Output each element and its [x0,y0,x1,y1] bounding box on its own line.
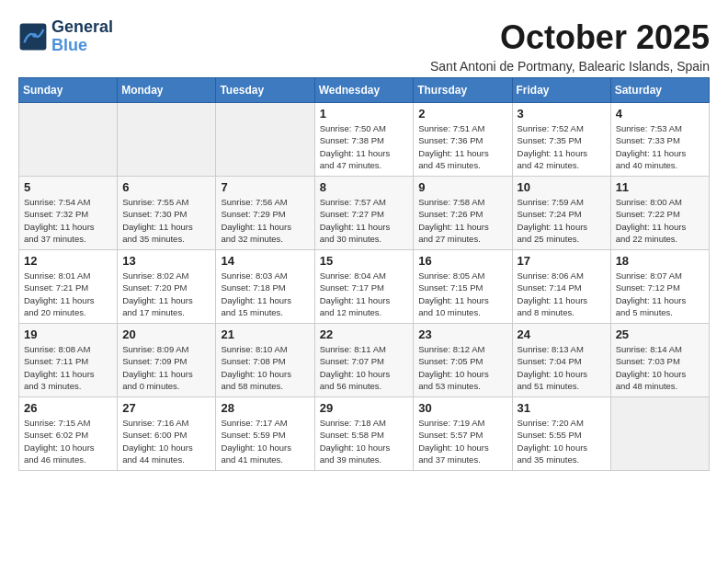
day-number: 16 [418,254,506,268]
calendar-cell: 3Sunrise: 7:52 AMSunset: 7:35 PMDaylight… [512,103,610,177]
cell-info: Sunrise: 8:13 AMSunset: 7:04 PMDaylight:… [518,343,606,392]
calendar-header-row: SundayMondayTuesdayWednesdayThursdayFrid… [19,78,710,103]
logo-text: General Blue [51,18,113,55]
calendar-cell: 28Sunrise: 7:17 AMSunset: 5:59 PMDayligh… [216,397,314,471]
day-number: 30 [418,401,506,415]
day-number: 23 [418,327,506,341]
day-number: 3 [518,107,606,121]
cell-info: Sunrise: 8:09 AMSunset: 7:09 PMDaylight:… [122,343,210,392]
cell-info: Sunrise: 7:19 AMSunset: 5:57 PMDaylight:… [418,417,506,465]
calendar-table: SundayMondayTuesdayWednesdayThursdayFrid… [18,77,710,471]
calendar-cell: 8Sunrise: 7:57 AMSunset: 7:27 PMDaylight… [314,177,414,250]
calendar-cell: 18Sunrise: 8:07 AMSunset: 7:12 PMDayligh… [610,250,709,324]
calendar-cell: 7Sunrise: 7:56 AMSunset: 7:29 PMDaylight… [216,177,314,250]
cell-info: Sunrise: 7:59 AMSunset: 7:24 PMDaylight:… [518,196,606,245]
day-number: 6 [122,180,210,194]
day-number: 2 [418,107,506,121]
day-number: 26 [24,401,112,415]
cell-info: Sunrise: 7:17 AMSunset: 5:59 PMDaylight:… [221,417,309,465]
cell-info: Sunrise: 8:06 AMSunset: 7:14 PMDaylight:… [518,270,606,318]
cell-info: Sunrise: 8:05 AMSunset: 7:15 PMDaylight:… [418,270,506,318]
day-number: 28 [221,401,309,415]
calendar-cell: 2Sunrise: 7:51 AMSunset: 7:36 PMDaylight… [414,103,512,177]
calendar-cell: 13Sunrise: 8:02 AMSunset: 7:20 PMDayligh… [118,250,216,324]
calendar-cell: 25Sunrise: 8:14 AMSunset: 7:03 PMDayligh… [610,324,709,397]
svg-point-1 [32,33,37,38]
header-saturday: Saturday [610,78,709,103]
day-number: 15 [320,254,409,268]
cell-info: Sunrise: 7:52 AMSunset: 7:35 PMDaylight:… [518,122,606,171]
cell-info: Sunrise: 7:53 AMSunset: 7:33 PMDaylight:… [616,122,704,171]
header-wednesday: Wednesday [314,78,414,103]
day-number: 17 [518,254,606,268]
cell-info: Sunrise: 7:56 AMSunset: 7:29 PMDaylight:… [221,196,309,245]
day-number: 22 [320,327,409,341]
logo-icon [18,22,48,52]
calendar-cell: 11Sunrise: 8:00 AMSunset: 7:22 PMDayligh… [610,177,709,250]
day-number: 1 [320,107,409,121]
calendar-cell [610,397,709,471]
cell-info: Sunrise: 8:00 AMSunset: 7:22 PMDaylight:… [616,196,704,245]
calendar-cell: 5Sunrise: 7:54 AMSunset: 7:32 PMDaylight… [19,177,118,250]
day-number: 10 [518,180,606,194]
calendar-cell: 24Sunrise: 8:13 AMSunset: 7:04 PMDayligh… [512,324,610,397]
calendar-cell: 19Sunrise: 8:08 AMSunset: 7:11 PMDayligh… [19,324,118,397]
header-friday: Friday [512,78,610,103]
cell-info: Sunrise: 7:54 AMSunset: 7:32 PMDaylight:… [24,196,112,245]
calendar-cell: 23Sunrise: 8:12 AMSunset: 7:05 PMDayligh… [414,324,512,397]
day-number: 12 [24,254,112,268]
calendar-cell [19,103,118,177]
calendar-week-4: 19Sunrise: 8:08 AMSunset: 7:11 PMDayligh… [19,324,710,397]
calendar-cell: 16Sunrise: 8:05 AMSunset: 7:15 PMDayligh… [414,250,512,324]
page-header: General Blue October 2025 Sant Antoni de… [18,18,710,74]
calendar-cell: 9Sunrise: 7:58 AMSunset: 7:26 PMDaylight… [414,177,512,250]
day-number: 21 [221,327,309,341]
day-number: 14 [221,254,309,268]
cell-info: Sunrise: 7:18 AMSunset: 5:58 PMDaylight:… [320,417,409,465]
calendar-cell: 30Sunrise: 7:19 AMSunset: 5:57 PMDayligh… [414,397,512,471]
day-number: 24 [518,327,606,341]
calendar-cell: 17Sunrise: 8:06 AMSunset: 7:14 PMDayligh… [512,250,610,324]
header-monday: Monday [118,78,216,103]
cell-info: Sunrise: 7:50 AMSunset: 7:38 PMDaylight:… [320,122,409,171]
calendar-cell: 22Sunrise: 8:11 AMSunset: 7:07 PMDayligh… [314,324,414,397]
logo: General Blue [18,18,113,55]
calendar-week-5: 26Sunrise: 7:15 AMSunset: 6:02 PMDayligh… [19,397,710,471]
calendar-cell: 27Sunrise: 7:16 AMSunset: 6:00 PMDayligh… [118,397,216,471]
day-number: 18 [616,254,704,268]
day-number: 4 [616,107,704,121]
cell-info: Sunrise: 7:16 AMSunset: 6:00 PMDaylight:… [122,417,210,465]
calendar-week-1: 1Sunrise: 7:50 AMSunset: 7:38 PMDaylight… [19,103,710,177]
cell-info: Sunrise: 7:57 AMSunset: 7:27 PMDaylight:… [320,196,409,245]
calendar-cell: 20Sunrise: 8:09 AMSunset: 7:09 PMDayligh… [118,324,216,397]
calendar-cell [118,103,216,177]
cell-info: Sunrise: 7:58 AMSunset: 7:26 PMDaylight:… [418,196,506,245]
cell-info: Sunrise: 8:01 AMSunset: 7:21 PMDaylight:… [24,270,112,318]
cell-info: Sunrise: 8:10 AMSunset: 7:08 PMDaylight:… [221,343,309,392]
calendar-cell: 31Sunrise: 7:20 AMSunset: 5:55 PMDayligh… [512,397,610,471]
cell-info: Sunrise: 8:08 AMSunset: 7:11 PMDaylight:… [24,343,112,392]
calendar-week-2: 5Sunrise: 7:54 AMSunset: 7:32 PMDaylight… [19,177,710,250]
calendar-cell: 14Sunrise: 8:03 AMSunset: 7:18 PMDayligh… [216,250,314,324]
cell-info: Sunrise: 8:12 AMSunset: 7:05 PMDaylight:… [418,343,506,392]
cell-info: Sunrise: 8:14 AMSunset: 7:03 PMDaylight:… [616,343,704,392]
cell-info: Sunrise: 8:03 AMSunset: 7:18 PMDaylight:… [221,270,309,318]
calendar-week-3: 12Sunrise: 8:01 AMSunset: 7:21 PMDayligh… [19,250,710,324]
day-number: 11 [616,180,704,194]
month-title: October 2025 [430,18,710,57]
cell-info: Sunrise: 7:15 AMSunset: 6:02 PMDaylight:… [24,417,112,465]
header-tuesday: Tuesday [216,78,314,103]
day-number: 19 [24,327,112,341]
day-number: 8 [320,180,409,194]
calendar-cell: 10Sunrise: 7:59 AMSunset: 7:24 PMDayligh… [512,177,610,250]
cell-info: Sunrise: 8:02 AMSunset: 7:20 PMDaylight:… [122,270,210,318]
day-number: 20 [122,327,210,341]
calendar-cell: 29Sunrise: 7:18 AMSunset: 5:58 PMDayligh… [314,397,414,471]
cell-info: Sunrise: 8:11 AMSunset: 7:07 PMDaylight:… [320,343,409,392]
day-number: 9 [418,180,506,194]
title-area: October 2025 Sant Antoni de Portmany, Ba… [430,18,710,74]
cell-info: Sunrise: 8:07 AMSunset: 7:12 PMDaylight:… [616,270,704,318]
calendar-cell: 21Sunrise: 8:10 AMSunset: 7:08 PMDayligh… [216,324,314,397]
location-subtitle: Sant Antoni de Portmany, Balearic Island… [430,59,710,74]
day-number: 25 [616,327,704,341]
